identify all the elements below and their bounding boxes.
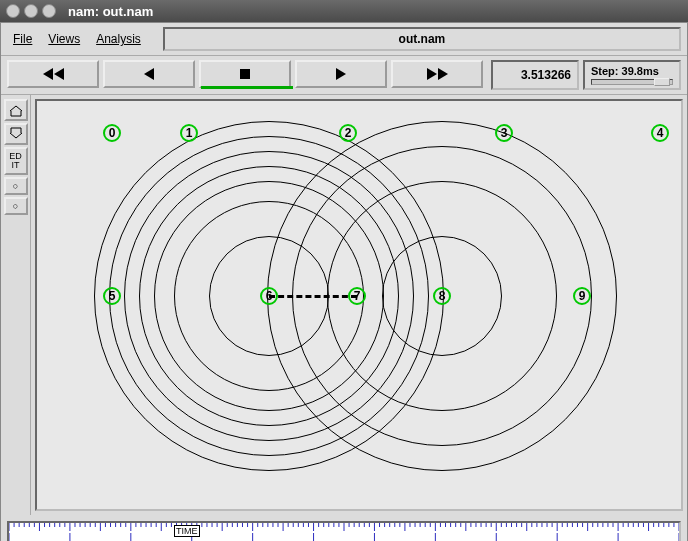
menu-views[interactable]: Views (42, 30, 86, 48)
step-slider[interactable] (591, 79, 673, 85)
window-button-1[interactable] (6, 4, 20, 18)
node-8[interactable]: 8 (433, 287, 451, 305)
node-6[interactable]: 6 (260, 287, 278, 305)
packet-link (269, 295, 357, 298)
node-5[interactable]: 5 (103, 287, 121, 305)
animation-canvas[interactable]: 0123456789 (35, 99, 683, 511)
timeline[interactable]: TIME (7, 521, 681, 541)
time-marker[interactable]: TIME (174, 525, 200, 537)
stop-button[interactable] (199, 60, 291, 88)
box-up-icon (8, 103, 24, 117)
window-button-3[interactable] (42, 4, 56, 18)
zoom-out-button[interactable] (4, 123, 28, 145)
time-display: 3.513266 (491, 60, 579, 90)
node-3[interactable]: 3 (495, 124, 513, 142)
node-2[interactable]: 2 (339, 124, 357, 142)
node-4[interactable]: 4 (651, 124, 669, 142)
zoom-in-button[interactable] (4, 99, 28, 121)
main-window: File Views Analysis out.nam 3.513266 Ste… (0, 22, 688, 541)
play-button[interactable] (295, 60, 387, 88)
node-9[interactable]: 9 (573, 287, 591, 305)
node-0[interactable]: 0 (103, 124, 121, 142)
main-area: ED IT ○ ○ 0123456789 (1, 95, 687, 515)
step-slider-thumb[interactable] (654, 78, 670, 86)
playback-toolbar: 3.513266 Step: 39.8ms (1, 56, 687, 95)
menu-analysis[interactable]: Analysis (90, 30, 147, 48)
node-1[interactable]: 1 (180, 124, 198, 142)
filename-display: out.nam (163, 27, 681, 51)
window-titlebar: nam: out.nam (0, 0, 688, 22)
sidebar-option-1[interactable]: ○ (4, 177, 28, 195)
canvas-wrap: 0123456789 (31, 95, 687, 515)
progress-bar (201, 86, 293, 89)
window-button-2[interactable] (24, 4, 38, 18)
step-label: Step: 39.8ms (591, 65, 673, 77)
box-down-icon (8, 127, 24, 141)
menu-file[interactable]: File (7, 30, 38, 48)
rewind-button[interactable] (7, 60, 99, 88)
sidebar-option-2[interactable]: ○ (4, 197, 28, 215)
timeline-ruler (9, 523, 679, 541)
step-back-button[interactable] (103, 60, 195, 88)
sidebar: ED IT ○ ○ (1, 95, 31, 515)
timeline-wrap: TIME (1, 515, 687, 541)
node-7[interactable]: 7 (348, 287, 366, 305)
edit-button[interactable]: ED IT (4, 147, 28, 175)
menubar: File Views Analysis out.nam (1, 23, 687, 56)
fast-forward-button[interactable] (391, 60, 483, 88)
step-display: Step: 39.8ms (583, 60, 681, 90)
window-title: nam: out.nam (68, 4, 153, 19)
